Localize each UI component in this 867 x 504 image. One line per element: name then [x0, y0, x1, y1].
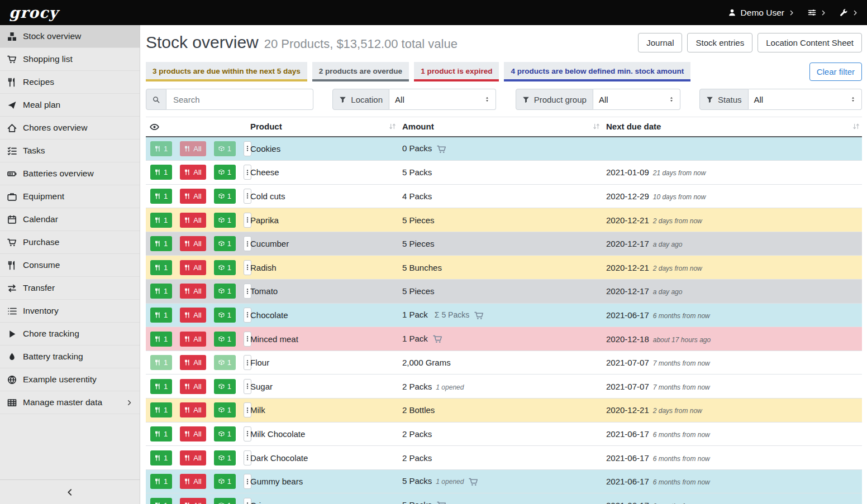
consume-all-button[interactable]: All — [180, 402, 206, 417]
consume-one-button[interactable]: 1 — [150, 474, 172, 489]
consume-one-button[interactable]: 1 — [150, 189, 172, 204]
shopping-cart-button[interactable] — [437, 501, 446, 504]
consume-all-button[interactable]: All — [180, 141, 206, 156]
clear-filter-button[interactable]: Clear filter — [809, 63, 862, 81]
column-visibility-header[interactable] — [146, 117, 246, 137]
sidebar-item-example-userentity[interactable]: Example userentity — [0, 368, 140, 391]
consume-all-button[interactable]: All — [180, 189, 206, 204]
consume-all-button[interactable]: All — [180, 213, 206, 228]
consume-all-button[interactable]: All — [180, 379, 206, 394]
sidebar-item-inventory[interactable]: Inventory — [0, 300, 140, 323]
consume-one-button[interactable]: 1 — [150, 236, 172, 251]
sidebar-item-chore-tracking[interactable]: Chore tracking — [0, 323, 140, 345]
shopping-cart-button[interactable] — [437, 145, 446, 154]
consume-all-button[interactable]: All — [180, 450, 206, 465]
open-one-button[interactable]: 1 — [214, 498, 236, 504]
status-select[interactable]: All — [749, 89, 862, 110]
settings-menu[interactable] — [808, 8, 826, 17]
utensils-icon — [155, 336, 161, 342]
location-content-sheet-button[interactable]: Location Content Sheet — [758, 33, 862, 52]
consume-one-button[interactable]: 1 — [150, 450, 172, 465]
sidebar-item-recipes[interactable]: Recipes — [0, 71, 140, 94]
open-one-button[interactable]: 1 — [214, 474, 236, 489]
location-select-value: All — [395, 95, 404, 104]
consume-one-button[interactable]: 1 — [150, 284, 172, 299]
shopping-cart-button[interactable] — [474, 311, 484, 320]
consume-all-button[interactable]: All — [180, 165, 206, 180]
consume-one-button[interactable]: 1 — [150, 260, 172, 275]
consume-one-button[interactable]: 1 — [150, 379, 172, 394]
shopping-cart-button[interactable] — [469, 477, 478, 487]
consume-all-button[interactable]: All — [180, 426, 206, 441]
filter-notice-4-products-are-below-defined-m[interactable]: 4 products are below defined min. stock … — [504, 62, 690, 81]
journal-button[interactable]: Journal — [638, 33, 682, 52]
consume-one-button[interactable]: 1 — [150, 355, 172, 370]
filter-notice-1-product-is-expired[interactable]: 1 product is expired — [414, 62, 499, 81]
sidebar-item-calendar[interactable]: Calendar — [0, 208, 140, 231]
column-product[interactable]: Product — [246, 117, 398, 137]
consume-all-button[interactable]: All — [180, 332, 206, 347]
sidebar-item-chores-overview[interactable]: Chores overview — [0, 117, 140, 140]
consume-one-button[interactable]: 1 — [150, 213, 172, 228]
stock-entries-button[interactable]: Stock entries — [687, 33, 752, 52]
filter-notice-2-products-are-overdue[interactable]: 2 products are overdue — [312, 62, 409, 81]
consume-one-button[interactable]: 1 — [150, 141, 172, 156]
next-due-date — [602, 137, 862, 161]
consume-one-button[interactable]: 1 — [150, 165, 172, 180]
sidebar-item-equipment[interactable]: Equipment — [0, 185, 140, 208]
product-group-select[interactable]: All — [593, 89, 680, 110]
open-one-button[interactable]: 1 — [214, 402, 236, 417]
sidebar-item-manage-master-data[interactable]: Manage master data — [0, 391, 140, 414]
open-one-button[interactable]: 1 — [214, 189, 236, 204]
sidebar-item-consume[interactable]: Consume — [0, 254, 140, 277]
open-one-button[interactable]: 1 — [214, 260, 236, 275]
consume-one-button[interactable]: 1 — [150, 426, 172, 441]
open-one-button[interactable]: 1 — [214, 141, 236, 156]
sidebar-item-stock-overview[interactable]: Stock overview — [0, 25, 140, 48]
shopping-cart-button[interactable] — [433, 334, 442, 344]
location-select[interactable]: All — [389, 89, 496, 110]
sidebar-collapse-button[interactable] — [0, 479, 140, 504]
consume-all-button[interactable]: All — [180, 284, 206, 299]
open-one-button[interactable]: 1 — [214, 379, 236, 394]
page-subtitle: 20 Products, $13,512.00 total value — [264, 37, 458, 51]
consume-one-button[interactable]: 1 — [150, 308, 172, 323]
open-one-button[interactable]: 1 — [214, 308, 236, 323]
sidebar-item-meal-plan[interactable]: Meal plan — [0, 94, 140, 117]
admin-menu[interactable] — [840, 8, 858, 17]
open-one-button[interactable]: 1 — [214, 426, 236, 441]
consume-all-button[interactable]: All — [180, 260, 206, 275]
consume-all-button[interactable]: All — [180, 498, 206, 504]
open-one-button[interactable]: 1 — [214, 332, 236, 347]
product-name: Milk Chocolate — [246, 422, 398, 446]
consume-all-button[interactable]: All — [180, 355, 206, 370]
open-one-button[interactable]: 1 — [214, 213, 236, 228]
sidebar-item-tasks[interactable]: Tasks — [0, 140, 140, 162]
consume-all-button[interactable]: All — [180, 236, 206, 251]
consume-one-button[interactable]: 1 — [150, 332, 172, 347]
search-input[interactable] — [166, 89, 313, 110]
consume-all-button[interactable]: All — [180, 308, 206, 323]
consume-all-button[interactable]: All — [180, 474, 206, 489]
open-one-button[interactable]: 1 — [214, 165, 236, 180]
consume-one-button[interactable]: 1 — [150, 402, 172, 417]
column-amount[interactable]: Amount — [398, 117, 602, 137]
filter-notice-3-products-are-due-within-the-[interactable]: 3 products are due within the next 5 day… — [146, 62, 307, 81]
select-arrows-icon — [850, 96, 856, 103]
due-date-relative: 21 days from now — [653, 169, 706, 177]
open-one-button[interactable]: 1 — [214, 450, 236, 465]
grocy-logo[interactable]: grocy — [9, 4, 58, 21]
sidebar-item-battery-tracking[interactable]: Battery tracking — [0, 345, 140, 368]
user-menu[interactable]: Demo User — [728, 8, 794, 18]
sidebar-item-transfer[interactable]: Transfer — [0, 277, 140, 300]
product-name: Cucumber — [246, 232, 398, 256]
open-one-button[interactable]: 1 — [214, 284, 236, 299]
sidebar-item-label: Tasks — [23, 146, 45, 156]
sidebar-item-shopping-list[interactable]: Shopping list — [0, 48, 140, 71]
sidebar-item-batteries-overview[interactable]: Batteries overview — [0, 162, 140, 185]
sidebar-item-purchase[interactable]: Purchase — [0, 231, 140, 254]
open-one-button[interactable]: 1 — [214, 355, 236, 370]
open-one-button[interactable]: 1 — [214, 236, 236, 251]
consume-one-button[interactable]: 1 — [150, 498, 172, 504]
column-next-due-date[interactable]: Next due date — [602, 117, 862, 137]
